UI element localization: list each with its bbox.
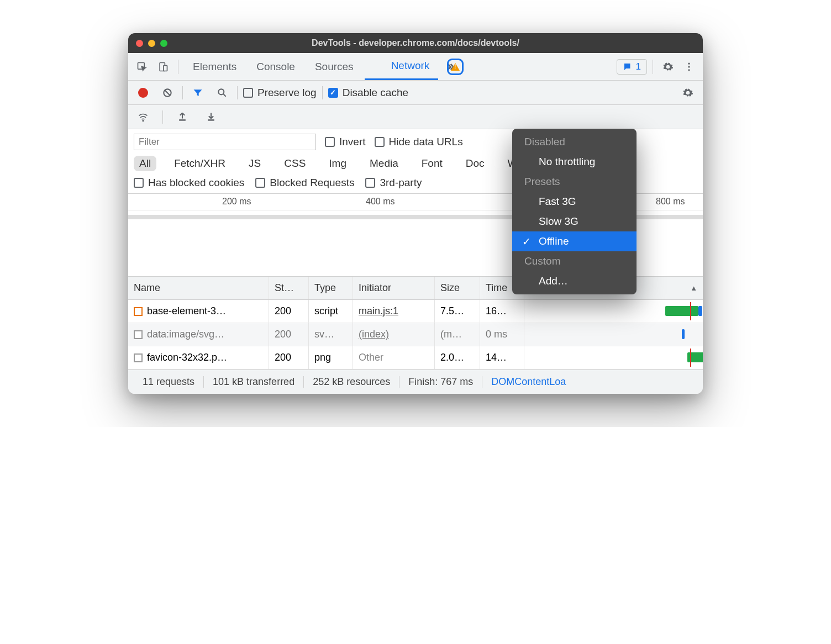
svg-rect-10: [208, 119, 214, 121]
footer-resources: 252 kB resources: [304, 376, 399, 388]
blocked-requests-checkbox[interactable]: Blocked Requests: [255, 177, 354, 189]
more-menu-icon[interactable]: [680, 57, 698, 76]
dd-add-custom[interactable]: Add…: [512, 271, 637, 291]
col-type[interactable]: Type: [309, 277, 353, 299]
inspect-element-icon[interactable]: [133, 57, 151, 76]
dd-header-presets: Presets: [512, 172, 637, 192]
import-har-icon[interactable]: [173, 108, 192, 126]
filter-all[interactable]: All: [134, 156, 156, 171]
filter-font[interactable]: Font: [416, 156, 448, 171]
filter-img[interactable]: Img: [323, 156, 352, 171]
dd-slow-3g[interactable]: Slow 3G: [512, 212, 637, 231]
footer-transferred: 101 kB transferred: [204, 376, 304, 388]
filter-media[interactable]: Media: [364, 156, 404, 171]
tab-network[interactable]: Network: [365, 53, 439, 80]
col-name[interactable]: Name: [128, 277, 269, 299]
filter-fetch-xhr[interactable]: Fetch/XHR: [169, 156, 231, 171]
third-party-checkbox[interactable]: 3rd-party: [365, 177, 422, 189]
search-icon[interactable]: [213, 83, 232, 102]
footer-finish: Finish: 767 ms: [399, 376, 482, 388]
disable-cache-checkbox[interactable]: Disable cache: [328, 87, 408, 99]
svg-point-7: [218, 89, 224, 94]
svg-point-3: [688, 62, 690, 64]
ruler-tick: 800 ms: [656, 197, 685, 207]
tab-bar: Elements Console Sources Network 1: [128, 53, 703, 81]
col-size[interactable]: Size: [435, 277, 480, 299]
network-conditions-icon[interactable]: [134, 108, 152, 126]
minimize-window-button[interactable]: [148, 40, 155, 47]
table-row[interactable]: favicon-32x32.p… 200 png Other 2.0… 14…: [128, 346, 703, 369]
close-window-button[interactable]: [136, 40, 143, 47]
divider: [237, 86, 238, 99]
throttling-dropdown: Disabled No throttling Presets Fast 3G S…: [512, 129, 637, 294]
svg-rect-2: [164, 65, 167, 71]
tab-sources[interactable]: Sources: [306, 53, 362, 80]
disable-cache-label: Disable cache: [343, 87, 408, 99]
filter-js[interactable]: JS: [243, 156, 266, 171]
filter-input[interactable]: [134, 134, 316, 150]
dd-no-throttling[interactable]: No throttling: [512, 152, 637, 172]
table-row[interactable]: base-element-3… 200 script main.js:1 7.5…: [128, 300, 703, 323]
tab-console[interactable]: Console: [248, 53, 304, 80]
sort-indicator-icon: ▲: [690, 284, 697, 292]
filter-doc[interactable]: Doc: [460, 156, 490, 171]
offline-warning-icon: [447, 59, 464, 75]
maximize-window-button[interactable]: [160, 40, 167, 47]
issues-icon: [623, 62, 633, 72]
settings-gear-icon[interactable]: [659, 57, 677, 76]
footer-dcl: DOMContentLoa: [482, 376, 575, 388]
tab-elements[interactable]: Elements: [184, 53, 245, 80]
tab-network-label: Network: [391, 60, 430, 72]
network-toolbar-2: [128, 105, 703, 129]
filter-css[interactable]: CSS: [278, 156, 311, 171]
svg-rect-9: [179, 119, 186, 121]
waterfall-bar: [665, 306, 698, 316]
preserve-log-checkbox[interactable]: Preserve log: [243, 87, 317, 99]
divider: [322, 86, 323, 99]
dd-header-disabled: Disabled: [512, 132, 637, 152]
status-footer: 11 requests 101 kB transferred 252 kB re…: [128, 369, 703, 394]
svg-point-5: [688, 69, 690, 71]
issues-count: 1: [636, 61, 641, 72]
col-status[interactable]: St…: [269, 277, 309, 299]
svg-point-8: [143, 120, 144, 121]
clear-icon[interactable]: [158, 83, 177, 102]
dd-fast-3g[interactable]: Fast 3G: [512, 192, 637, 212]
dd-header-custom: Custom: [512, 251, 637, 271]
network-toolbar: Preserve log Disable cache: [128, 81, 703, 105]
export-har-icon[interactable]: [202, 108, 220, 126]
divider: [178, 60, 178, 74]
js-file-icon: [134, 307, 143, 316]
preserve-log-label: Preserve log: [257, 87, 317, 99]
col-initiator[interactable]: Initiator: [353, 277, 435, 299]
hide-data-urls-checkbox[interactable]: Hide data URLs: [375, 136, 463, 148]
record-button[interactable]: [134, 83, 152, 102]
waterfall-bar: [698, 306, 702, 316]
network-settings-gear-icon[interactable]: [679, 83, 697, 102]
svg-point-4: [688, 66, 690, 67]
waterfall-bar: [682, 329, 685, 339]
footer-requests: 11 requests: [134, 376, 204, 388]
device-toolbar-icon[interactable]: [154, 57, 172, 76]
divider: [653, 60, 653, 74]
table-row[interactable]: data:image/svg… 200 sv… (index) (m… 0 ms: [128, 323, 703, 346]
ruler-tick: 200 ms: [222, 197, 251, 207]
titlebar: DevTools - developer.chrome.com/docs/dev…: [128, 33, 703, 53]
window-title: DevTools - developer.chrome.com/docs/dev…: [128, 38, 703, 48]
dd-offline[interactable]: Offline: [512, 231, 637, 251]
window-controls: [136, 40, 167, 47]
image-file-icon: [134, 353, 143, 362]
devtools-window: DevTools - developer.chrome.com/docs/dev…: [128, 33, 703, 394]
invert-checkbox[interactable]: Invert: [325, 136, 366, 148]
has-blocked-cookies-checkbox[interactable]: Has blocked cookies: [134, 177, 244, 189]
divider: [162, 110, 163, 124]
filter-funnel-icon[interactable]: [188, 83, 207, 102]
image-file-icon: [134, 330, 143, 339]
issues-badge[interactable]: 1: [617, 59, 647, 75]
ruler-tick: 400 ms: [366, 197, 395, 207]
divider: [182, 86, 183, 99]
